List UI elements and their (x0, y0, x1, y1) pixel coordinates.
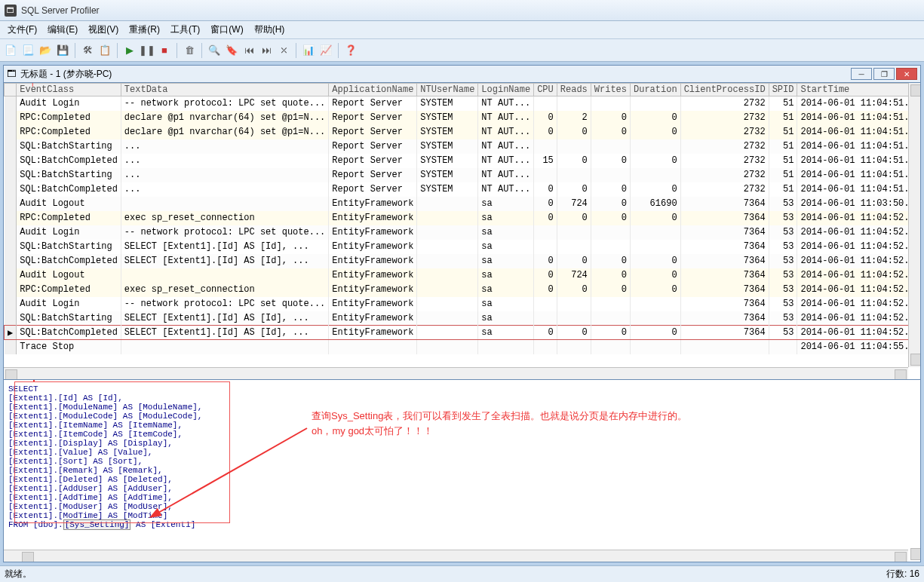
sql-text: SELECT [Extent1].[Id] AS [Id], [Extent1]… (8, 384, 916, 520)
tool-bookmark[interactable]: 🔖 (224, 43, 239, 58)
col-eventclass[interactable]: EventClass (17, 84, 121, 96)
table-row[interactable]: SQL:BatchStartingSELECT [Extent1].[Id] A… (5, 311, 922, 326)
table-row[interactable]: RPC:Completeddeclare @p1 nvarchar(64) se… (5, 111, 922, 125)
col-cpu[interactable]: CPU (534, 84, 557, 96)
table-row[interactable]: Trace Stop2014-06-01 11:04:55... (5, 340, 922, 354)
sql-detail-pane[interactable]: 查询Sys_Setting表，我们可以看到发生了全表扫描。也就是说分页是在内存中… (3, 380, 921, 562)
doc-title: 无标题 - 1 (梦亦晓-PC) (20, 68, 112, 81)
col-starttime[interactable]: StartTime (797, 84, 921, 96)
menu-tools[interactable]: 工具(T) (166, 22, 204, 38)
tool-filter[interactable]: 📋 (97, 43, 112, 58)
table-row[interactable]: SQL:BatchStartingSELECT [Extent1].[Id] A… (5, 240, 922, 254)
grid-vertical-scrollbar[interactable] (908, 83, 920, 367)
menubar: 文件(F) 编辑(E) 视图(V) 重播(R) 工具(T) 窗口(W) 帮助(H… (0, 21, 924, 39)
menu-edit[interactable]: 编辑(E) (43, 22, 82, 38)
tool-open[interactable]: 📂 (38, 43, 53, 58)
table-row[interactable]: Audit Login-- network protocol: LPC set … (5, 96, 922, 111)
table-row[interactable]: SQL:BatchCompleted...Report ServerSYSTEM… (5, 182, 922, 197)
col-appname[interactable]: ApplicationName (329, 84, 417, 96)
tool-find[interactable]: 🔍 (207, 43, 222, 58)
menu-window[interactable]: 窗口(W) (206, 22, 247, 38)
col-ntuser[interactable]: NTUserName (417, 84, 478, 96)
status-ready: 就绪。 (5, 568, 32, 580)
menu-replay[interactable]: 重播(R) (124, 22, 164, 38)
table-row[interactable]: Audit Login-- network protocol: LPC set … (5, 225, 922, 240)
table-row[interactable]: RPC:Completedexec sp_reset_connectionEnt… (5, 283, 922, 297)
tool-clear[interactable]: 🗑 (182, 43, 197, 58)
trace-grid[interactable]: ↑ EventClass TextData ApplicationName NT… (3, 83, 921, 380)
sql-horizontal-scrollbar[interactable] (4, 550, 908, 562)
table-row[interactable]: Audit Login-- network protocol: LPC set … (5, 297, 922, 311)
tool-clear-bookmark[interactable]: ⤫ (276, 43, 291, 58)
col-duration[interactable]: Duration (631, 84, 681, 96)
grid-horizontal-scrollbar[interactable] (4, 367, 908, 379)
app-titlebar: 🗔 SQL Server Profiler (0, 0, 924, 21)
doc-restore-button[interactable]: ❐ (873, 68, 895, 80)
tool-properties[interactable]: 🛠 (80, 43, 95, 58)
table-row[interactable]: SQL:BatchStarting...Report ServerSYSTEMN… (5, 139, 922, 154)
tool-save[interactable]: 💾 (55, 43, 70, 58)
menu-view[interactable]: 视图(V) (84, 22, 123, 38)
table-row[interactable]: SQL:BatchCompleted...Report ServerSYSTEM… (5, 154, 922, 168)
table-row[interactable]: RPC:Completedexec sp_reset_connectionEnt… (5, 211, 922, 225)
doc-titlebar: 🗔 无标题 - 1 (梦亦晓-PC) ─ ❐ ✕ (3, 65, 921, 83)
menu-file[interactable]: 文件(F) (3, 22, 41, 38)
table-row[interactable]: Audit LogoutEntityFrameworksa07240616907… (5, 197, 922, 211)
tool-prev-bookmark[interactable]: ⏮ (241, 43, 256, 58)
col-login[interactable]: LoginName (478, 84, 534, 96)
tool-aggregate[interactable]: 📈 (318, 43, 333, 58)
col-writes[interactable]: Writes (591, 84, 630, 96)
table-row[interactable]: RPC:Completeddeclare @p1 nvarchar(64) se… (5, 125, 922, 139)
table-row[interactable]: SQL:BatchCompletedSELECT [Extent1].[Id] … (5, 254, 922, 268)
doc-minimize-button[interactable]: ─ (851, 68, 872, 80)
separator (296, 43, 296, 58)
tool-tuning[interactable]: 📊 (301, 43, 316, 58)
col-spid[interactable]: SPID (769, 84, 797, 96)
table-row[interactable]: Audit LogoutEntityFrameworksa07240073645… (5, 268, 922, 283)
tool-pause[interactable]: ❚❚ (140, 43, 155, 58)
separator (75, 43, 75, 58)
tool-stop[interactable]: ■ (157, 43, 172, 58)
mdi-area: 🗔 无标题 - 1 (梦亦晓-PC) ─ ❐ ✕ ↑ EventClass (0, 62, 924, 565)
col-textdata[interactable]: TextData (121, 84, 328, 96)
col-reads[interactable]: Reads (557, 84, 591, 96)
col-clientpid[interactable]: ClientProcessID (680, 84, 769, 96)
doc-close-button[interactable]: ✕ (896, 68, 917, 80)
sql-from: FROM [dbo].[Sys_Setting] AS [Extent1] (8, 520, 916, 529)
menu-help[interactable]: 帮助(H) (250, 22, 290, 38)
separator (338, 43, 339, 58)
status-rowcount: 行数: 16 (886, 568, 919, 580)
tool-new-template[interactable]: 📃 (20, 43, 35, 58)
table-row[interactable]: SQL:BatchStarting...Report ServerSYSTEMN… (5, 168, 922, 182)
doc-icon: 🗔 (7, 69, 16, 79)
table-row[interactable]: ▶SQL:BatchCompletedSELECT [Extent1].[Id]… (5, 326, 922, 340)
app-title: SQL Server Profiler (21, 5, 100, 16)
grid-header[interactable]: EventClass TextData ApplicationName NTUs… (5, 84, 922, 96)
tool-help[interactable]: ❓ (343, 43, 358, 58)
annotation-text: 查询Sys_Setting表，我们可以看到发生了全表扫描。也就是说分页是在内存中… (312, 409, 687, 438)
separator (201, 43, 202, 58)
tool-next-bookmark[interactable]: ⏭ (259, 43, 274, 58)
tool-new[interactable]: 📄 (3, 43, 18, 58)
statusbar: 就绪。 行数: 16 (0, 565, 924, 582)
separator (177, 43, 177, 58)
separator (117, 43, 118, 58)
tool-run[interactable]: ▶ (122, 43, 137, 58)
toolbar: 📄 📃 📂 💾 🛠 📋 ▶ ❚❚ ■ 🗑 🔍 🔖 ⏮ ⏭ ⤫ 📊 📈 ❓ (0, 39, 924, 62)
app-icon: 🗔 (5, 5, 17, 17)
